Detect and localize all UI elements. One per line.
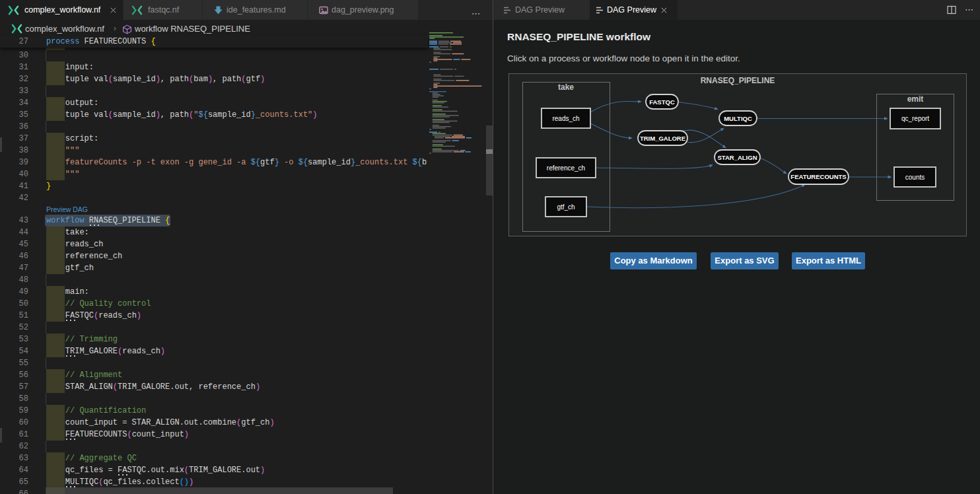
svg-text:emit: emit [907,94,924,104]
svg-text:RNASEQ_PIPELINE: RNASEQ_PIPELINE [701,76,775,85]
svg-text:TRIM_GALORE: TRIM_GALORE [640,135,685,142]
svg-text:reads_ch: reads_ch [552,115,579,122]
svg-text:gtf_ch: gtf_ch [557,203,575,211]
svg-text:MULTIQC: MULTIQC [724,115,752,122]
svg-text:FEATURECOUNTS: FEATURECOUNTS [790,173,846,180]
svg-text:counts: counts [905,174,925,181]
svg-text:take: take [558,83,574,92]
svg-text:reference_ch: reference_ch [547,164,585,172]
svg-text:FASTQC: FASTQC [649,98,675,106]
svg-text:qc_report: qc_report [901,115,929,122]
svg-text:STAR_ALIGN: STAR_ALIGN [718,154,757,161]
